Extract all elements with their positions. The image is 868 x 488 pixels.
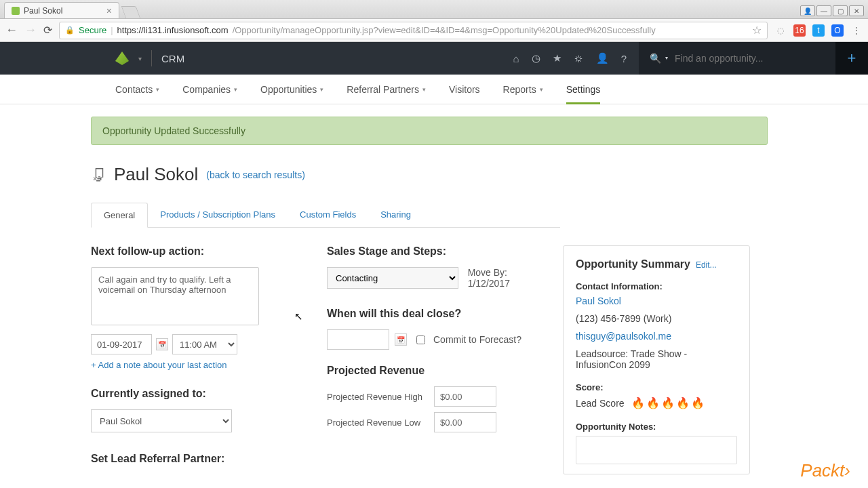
window-minimize-icon[interactable]: — [816, 5, 831, 16]
address-bar[interactable]: 🔒 Secure | https://li131.infusionsoft.co… [59, 22, 768, 39]
followup-textarea[interactable]: Call again and try to qualify. Left a vo… [91, 267, 259, 325]
window-close-icon[interactable]: ✕ [849, 5, 864, 16]
app-name: CRM [161, 53, 184, 64]
lock-icon: 🔒 [65, 26, 75, 35]
alert-success: Opportunity Updated Successfully [91, 117, 768, 145]
packt-watermark: Packt› [800, 460, 850, 481]
move-by-label: Move By: 1/12/2017 [468, 267, 547, 289]
notes-box[interactable] [576, 436, 737, 464]
revenue-heading: Projected Revenue [327, 365, 547, 377]
ext-icon-circle[interactable]: O [831, 24, 844, 37]
search-box[interactable]: 🔍 [639, 42, 835, 75]
contact-info-heading: Contact Information: [576, 281, 737, 291]
tab-products[interactable]: Products / Subscription Plans [148, 203, 288, 227]
flame-icons: 🔥🔥🔥🔥🔥 [631, 396, 706, 409]
commit-label: Commit to Forecast? [433, 334, 521, 345]
nav-back-icon[interactable]: ← [5, 23, 18, 37]
nav-forward-icon: → [24, 23, 37, 37]
close-heading: When will this deal close? [327, 308, 547, 320]
nav-contacts[interactable]: Contacts▾ [115, 75, 159, 104]
search-icon[interactable]: 🔍 [650, 53, 661, 64]
nav-opportunities[interactable]: Opportunities▾ [260, 75, 323, 104]
add-button[interactable]: + [835, 42, 868, 75]
new-tab-button[interactable] [121, 6, 141, 18]
rev-high-label: Projected Revenue High [327, 392, 430, 402]
score-heading: Score: [576, 382, 737, 392]
followup-heading: Next follow-up action: [91, 245, 311, 258]
nav-companies[interactable]: Companies▾ [182, 75, 237, 104]
nav-reload-icon[interactable]: ⟳ [43, 24, 52, 37]
chrome-menu-icon[interactable]: ⋮ [850, 24, 863, 37]
home-icon[interactable]: ⌂ [513, 53, 519, 64]
window-maximize-icon[interactable]: ▢ [833, 5, 848, 16]
rev-high-input[interactable] [434, 386, 496, 407]
tab-general[interactable]: General [91, 203, 148, 228]
summary-title: Opportunity Summary [576, 258, 690, 270]
commit-checkbox[interactable] [416, 336, 425, 344]
window-user-icon[interactable]: 👤 [800, 5, 815, 16]
page-title: Paul Sokol [114, 164, 198, 185]
ext-icon-cal[interactable]: 16 [793, 24, 806, 37]
lead-score-label: Lead Score [576, 398, 625, 409]
nav-settings[interactable]: Settings [566, 75, 601, 104]
calendar-icon[interactable]: 📅 [156, 338, 168, 350]
secure-label: Secure [79, 25, 106, 35]
rev-low-label: Projected Revenue Low [327, 418, 430, 428]
back-to-results-link[interactable]: (back to search results) [206, 169, 305, 180]
summary-edit-link[interactable]: Edit... [696, 260, 717, 270]
browser-tab[interactable]: Paul Sokol × [4, 2, 119, 18]
chevron-down-icon: ▾ [156, 86, 159, 93]
calendar-icon[interactable]: 📅 [395, 333, 407, 346]
rev-low-input[interactable] [434, 412, 496, 432]
ext-icon-twitter[interactable]: t [812, 24, 825, 37]
tab-close-icon[interactable]: × [106, 5, 112, 16]
stage-select[interactable]: Contacting [327, 267, 458, 289]
ext-icon-1[interactable]: ◌ [774, 24, 787, 37]
url-host: https://li131.infusionsoft.com [117, 25, 229, 35]
chevron-down-icon: ▾ [422, 86, 426, 93]
stage-heading: Sales Stage and Steps: [327, 245, 547, 258]
nav-visitors[interactable]: Visitors [449, 75, 480, 104]
chevron-down-icon: ▾ [234, 86, 237, 93]
app-logo-icon[interactable] [115, 52, 129, 65]
summary-box: Opportunity Summary Edit... Contact Info… [563, 245, 750, 474]
clock-icon[interactable]: ◷ [532, 52, 540, 64]
tab-favicon [12, 7, 20, 15]
nav-reports[interactable]: Reports▾ [503, 75, 543, 104]
notes-heading: Opportunity Notes: [576, 422, 737, 432]
chevron-down-icon: ▾ [320, 86, 323, 93]
nav-referral-partners[interactable]: Referral Partners▾ [347, 75, 426, 104]
search-input[interactable] [675, 53, 825, 64]
close-date-input[interactable] [327, 329, 389, 350]
star-icon[interactable]: ★ [553, 52, 561, 64]
assigned-heading: Currently assigned to: [91, 388, 311, 400]
followup-date-input[interactable] [91, 334, 152, 354]
contact-phone: (123) 456-7899 (Work) [576, 313, 737, 324]
help-icon[interactable]: ? [621, 53, 627, 64]
assigned-select[interactable]: Paul Sokol [91, 409, 232, 432]
app-logo-dropdown-icon[interactable]: ▾ [138, 55, 142, 62]
leadsource: Leadsource: Trade Show - InfusionCon 209… [576, 348, 737, 370]
tab-custom-fields[interactable]: Custom Fields [288, 203, 368, 227]
grid-icon[interactable]: ⛭ [574, 53, 584, 64]
user-icon[interactable]: 👤 [596, 52, 609, 64]
referral-heading: Set Lead Referral Partner: [91, 453, 311, 465]
contact-email-link[interactable]: thisguy@paulsokol.me [576, 331, 737, 342]
tab-title: Paul Sokol [24, 6, 62, 16]
chevron-down-icon: ▾ [540, 86, 543, 93]
bookmark-star-icon[interactable]: ☆ [752, 24, 762, 37]
add-note-link[interactable]: + Add a note about your last action [91, 360, 311, 370]
url-path: /Opportunity/manageOpportunity.jsp?view=… [233, 25, 656, 35]
contact-name-link[interactable]: Paul Sokol [576, 296, 737, 306]
followup-time-select[interactable]: 11:00 AM [172, 334, 237, 354]
tab-sharing[interactable]: Sharing [368, 203, 423, 227]
tag-icon: 🏷 [90, 167, 107, 182]
